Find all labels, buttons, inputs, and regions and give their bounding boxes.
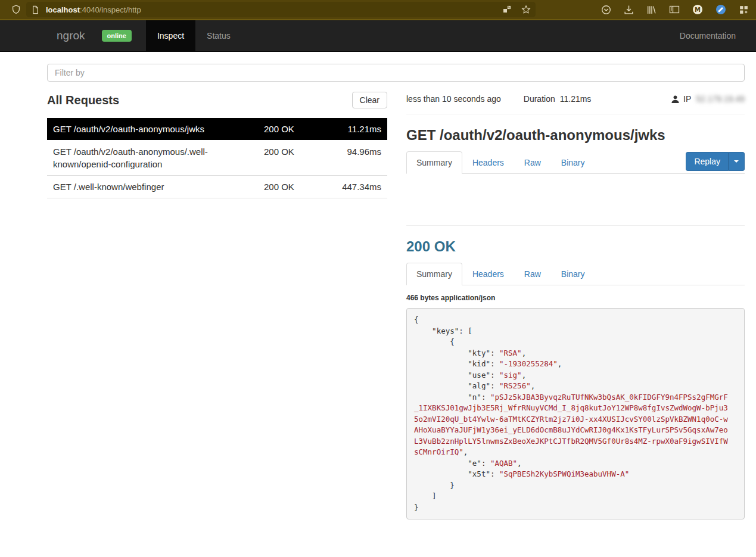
replay-button-group: Replay bbox=[686, 152, 745, 171]
tab-binary[interactable]: Binary bbox=[551, 263, 595, 285]
request-duration: 94.96ms bbox=[326, 145, 381, 158]
person-icon bbox=[671, 95, 680, 104]
svg-text:M: M bbox=[695, 7, 701, 13]
code-line: _1IXBKSJ01gwJjb3E5Rj_WfrRNuyVCMd_I_8jq8k… bbox=[414, 403, 737, 414]
tab-raw[interactable]: Raw bbox=[514, 151, 551, 174]
request-age: less than 10 seconds ago bbox=[406, 94, 501, 104]
code-line: } bbox=[414, 480, 737, 491]
request-detail-panel: less than 10 seconds ago Duration11.21ms… bbox=[406, 91, 745, 519]
ngrok-navbar: ngrok online Inspect Status Documentatio… bbox=[0, 20, 756, 52]
tab-summary[interactable]: Summary bbox=[406, 263, 462, 285]
request-status: 200 OK bbox=[264, 145, 326, 158]
request-status: 200 OK bbox=[264, 181, 326, 193]
tab-binary[interactable]: Binary bbox=[551, 151, 595, 174]
request-tabbar: SummaryHeadersRawBinary Replay bbox=[406, 151, 745, 174]
browser-chrome: localhost:4040/inspect/http M bbox=[0, 0, 756, 20]
ip-label: IP bbox=[683, 94, 691, 104]
nav-item-status[interactable]: Status bbox=[195, 20, 242, 51]
tab-headers[interactable]: Headers bbox=[462, 263, 514, 285]
code-line: "use": "sig", bbox=[414, 370, 737, 381]
code-line: "x5t": "SqPBESh2KybSPWQiM3eabuVHW-A" bbox=[414, 469, 737, 480]
response-size-type: 466 bytes application/json bbox=[406, 294, 745, 302]
requests-panel-title: All Requests bbox=[47, 94, 119, 107]
request-row[interactable]: GET /oauth/v2/oauth-anonymous/jwks200 OK… bbox=[47, 118, 387, 141]
nav-item-inspect[interactable]: Inspect bbox=[146, 20, 195, 51]
code-line: { bbox=[414, 337, 737, 348]
code-line: "n": "pSJz5kJBA3ByvqzRuTUfNKw3bQsAK_0kFI… bbox=[414, 392, 737, 403]
request-duration: 11.21ms bbox=[326, 123, 381, 135]
request-list: GET /oauth/v2/oauth-anonymous/jwks200 OK… bbox=[47, 118, 387, 198]
code-line: "kid": "-1930255284", bbox=[414, 359, 737, 370]
page-icon bbox=[31, 5, 40, 14]
ip-value-redacted: 52.179.19.49 bbox=[696, 94, 745, 104]
code-line: } bbox=[414, 502, 737, 514]
code-line: ] bbox=[414, 491, 737, 502]
request-summary-body bbox=[406, 174, 745, 217]
tab-raw[interactable]: Raw bbox=[514, 263, 551, 285]
downloads-icon[interactable] bbox=[624, 5, 634, 15]
code-line: AHoXuaBYYaJUFjW1y36ei_yELD6dOcmB8uJYdCwR… bbox=[414, 425, 737, 436]
code-line: "alg": "RS256", bbox=[414, 381, 737, 392]
code-line: "keys": [ bbox=[414, 326, 737, 337]
code-line: 5o2mVI20qU_bt4Ywlw-6aTMtKCZYRtm2jz7i0J-x… bbox=[414, 414, 737, 425]
url-bar[interactable]: localhost:4040/inspect/http bbox=[26, 2, 536, 17]
browser-toolbar-icons: M bbox=[589, 4, 749, 15]
request-path: GET /.well-known/webfinger bbox=[53, 181, 264, 193]
requests-panel: All Requests Clear GET /oauth/v2/oauth-a… bbox=[47, 91, 387, 519]
bookmark-star-icon[interactable] bbox=[521, 5, 531, 14]
request-row[interactable]: GET /.well-known/webfinger200 OK447.34ms bbox=[47, 176, 387, 198]
extensions-add-icon[interactable] bbox=[739, 5, 749, 15]
request-path: GET /oauth/v2/oauth-anonymous/jwks bbox=[53, 123, 264, 135]
sidebar-icon[interactable] bbox=[669, 5, 680, 14]
code-line: "e": "AQAB", bbox=[414, 458, 737, 469]
request-duration: Duration11.21ms bbox=[524, 94, 592, 104]
tab-headers[interactable]: Headers bbox=[462, 151, 514, 174]
request-row[interactable]: GET /oauth/v2/oauth-anonymous/.well-know… bbox=[47, 141, 387, 176]
code-line: "kty": "RSA", bbox=[414, 348, 737, 359]
chevron-down-icon bbox=[734, 160, 739, 163]
clear-button[interactable]: Clear bbox=[352, 92, 387, 108]
request-title: GET /oauth/v2/oauth-anonymous/jwks bbox=[406, 127, 745, 144]
ngrok-brand[interactable]: ngrok bbox=[0, 20, 95, 51]
pocket-icon[interactable] bbox=[601, 5, 611, 15]
library-icon[interactable] bbox=[646, 5, 657, 15]
request-duration: 447.34ms bbox=[326, 181, 381, 193]
divider bbox=[406, 114, 745, 114]
filter-input[interactable] bbox=[47, 64, 745, 82]
account-m-icon[interactable]: M bbox=[692, 4, 703, 15]
response-status-heading: 200 OK bbox=[406, 238, 745, 255]
request-ip: IP 52.179.19.49 bbox=[671, 94, 745, 104]
response-tabbar: SummaryHeadersRawBinary bbox=[406, 263, 745, 285]
extension-blue-icon[interactable] bbox=[715, 4, 726, 15]
tab-summary[interactable]: Summary bbox=[406, 151, 462, 174]
shield-icon[interactable] bbox=[11, 5, 21, 14]
replay-dropdown-toggle[interactable] bbox=[728, 152, 745, 171]
replay-button[interactable]: Replay bbox=[686, 152, 728, 171]
code-line: { bbox=[414, 315, 737, 326]
response-body-json: { "keys": [ { "kty": "RSA", "kid": "-193… bbox=[406, 308, 745, 519]
screenshot-icon[interactable] bbox=[502, 5, 512, 14]
nav-item-documentation[interactable]: Documentation bbox=[680, 20, 756, 51]
code-line: L3VuBb2znHplLY5lnwmsZxBeoXeJKPtCJTfbR2QM… bbox=[414, 436, 737, 447]
request-path: GET /oauth/v2/oauth-anonymous/.well-know… bbox=[53, 145, 264, 170]
divider bbox=[406, 225, 745, 226]
code-line: sCMnrOirIQ", bbox=[414, 447, 737, 458]
request-status: 200 OK bbox=[264, 123, 326, 135]
online-status-badge: online bbox=[102, 30, 132, 42]
url-text[interactable]: localhost:4040/inspect/http bbox=[46, 5, 141, 14]
